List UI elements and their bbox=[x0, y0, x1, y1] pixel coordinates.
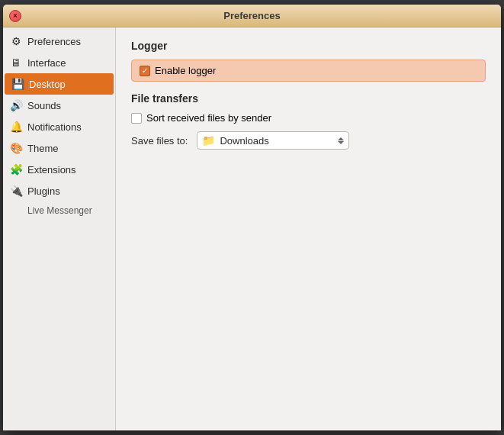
dropdown-arrows bbox=[338, 137, 344, 144]
desktop-icon: 💾 bbox=[11, 77, 24, 91]
sidebar-item-live-messenger[interactable]: Live Messenger bbox=[3, 201, 115, 220]
window-title: Preferences bbox=[26, 10, 478, 21]
sidebar-item-label: Notifications bbox=[27, 121, 82, 133]
interface-icon: 🖥 bbox=[9, 56, 23, 69]
downloads-dropdown[interactable]: 📁 Downloads bbox=[197, 131, 349, 150]
downloads-label: Downloads bbox=[220, 135, 330, 147]
live-messenger-label: Live Messenger bbox=[27, 205, 92, 216]
sidebar-item-label: Extensions bbox=[27, 164, 76, 176]
sidebar-item-sounds[interactable]: 🔊 Sounds bbox=[3, 95, 115, 116]
arrow-down-icon bbox=[338, 141, 344, 144]
enable-logger-checkbox[interactable]: ✓ bbox=[140, 66, 150, 76]
sidebar-item-theme[interactable]: 🎨 Theme bbox=[3, 137, 115, 159]
sort-files-row: Sort received files by sender bbox=[131, 112, 486, 124]
theme-icon: 🎨 bbox=[9, 141, 23, 155]
close-icon: × bbox=[13, 11, 18, 20]
sounds-icon: 🔊 bbox=[9, 98, 23, 112]
sidebar-item-label: Plugins bbox=[27, 185, 60, 197]
sidebar-item-label: Preferences bbox=[27, 36, 81, 47]
sort-files-checkbox[interactable] bbox=[131, 113, 142, 124]
window-content: ⚙ Preferences 🖥 Interface 💾 Desktop 🔊 So… bbox=[3, 27, 501, 430]
file-transfers-section-title: File transfers bbox=[131, 92, 486, 105]
sidebar-item-extensions[interactable]: 🧩 Extensions bbox=[3, 159, 115, 180]
preferences-window: × Preferences ⚙ Preferences 🖥 Interface … bbox=[2, 4, 502, 431]
sidebar-item-label: Interface bbox=[27, 57, 66, 69]
preferences-icon: ⚙ bbox=[9, 34, 23, 48]
extensions-icon: 🧩 bbox=[9, 163, 23, 176]
titlebar: × Preferences bbox=[3, 5, 501, 27]
sidebar-item-label: Theme bbox=[27, 143, 58, 154]
logger-section-title: Logger bbox=[131, 40, 486, 52]
sidebar-item-plugins[interactable]: 🔌 Plugins bbox=[3, 180, 115, 201]
sidebar-item-notifications[interactable]: 🔔 Notifications bbox=[3, 116, 115, 137]
save-files-label: Save files to: bbox=[131, 135, 188, 147]
notifications-icon: 🔔 bbox=[9, 120, 23, 134]
sidebar-item-label: Sounds bbox=[27, 100, 61, 111]
sidebar-item-label: Desktop bbox=[29, 79, 66, 90]
save-files-row: Save files to: 📁 Downloads bbox=[131, 131, 486, 150]
sidebar-item-preferences[interactable]: ⚙ Preferences bbox=[3, 31, 115, 52]
enable-logger-label: Enable logger bbox=[155, 65, 216, 76]
folder-icon: 📁 bbox=[202, 134, 215, 147]
sort-files-label: Sort received files by sender bbox=[146, 112, 271, 124]
close-button[interactable]: × bbox=[9, 10, 21, 22]
main-panel: Logger ✓ Enable logger File transfers So… bbox=[116, 27, 501, 430]
sidebar-item-interface[interactable]: 🖥 Interface bbox=[3, 52, 115, 73]
enable-logger-row: ✓ Enable logger bbox=[131, 60, 486, 82]
plugins-icon: 🔌 bbox=[9, 184, 23, 198]
sidebar-item-desktop[interactable]: 💾 Desktop bbox=[5, 73, 114, 95]
sidebar: ⚙ Preferences 🖥 Interface 💾 Desktop 🔊 So… bbox=[3, 27, 116, 430]
arrow-up-icon bbox=[338, 137, 344, 140]
